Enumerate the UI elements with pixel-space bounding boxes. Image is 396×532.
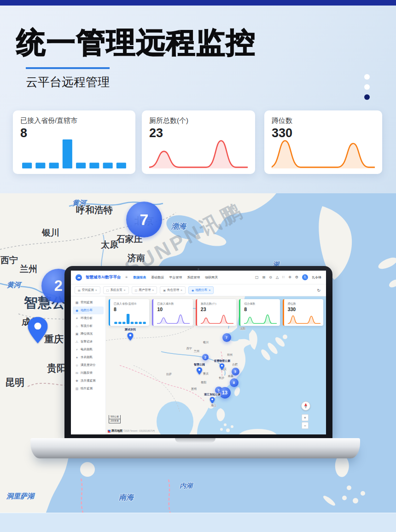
cross-icon: ✚ [75, 379, 79, 383]
menu-item-iot[interactable]: 物联网关 [205, 275, 218, 280]
tab-space-monitor[interactable]: ▤ 空间监测 × [75, 286, 100, 294]
tab-label: 空间监测 [82, 288, 94, 292]
sidebar-item-footfall[interactable]: ♨客流分析 [73, 322, 104, 330]
laptop-base [30, 438, 360, 458]
app-brand: 智慧城市AI数字平台 [86, 275, 121, 280]
bolt-icon: ⚡ [75, 348, 79, 352]
menu-item-reports[interactable]: 数据报表 [133, 275, 146, 280]
menu-item-basedata[interactable]: 基础数据 [151, 275, 164, 280]
sidebar-item-label: 告警记录 [81, 340, 93, 344]
sidebar-item-tissue[interactable]: ▥纸巾监测 [73, 385, 104, 393]
fullscreen-icon[interactable]: ✛ [288, 275, 291, 279]
box-icon: ▣ [163, 289, 166, 292]
chart-icon: ▤ [78, 289, 81, 292]
sparkline-svg [149, 139, 248, 168]
tab-label: 用户管理 [139, 288, 151, 292]
sparkline-svg [288, 313, 320, 324]
sidebar-item-water[interactable]: ♦水表能耗 [73, 353, 104, 361]
sidebar-item-map-distribution[interactable]: ◉地图分布 [73, 306, 104, 314]
stat-card-provinces: 已接入省份/直辖市 8 [109, 299, 149, 326]
sidebar-item-label: 环境分析 [81, 316, 93, 320]
tab-label: 角色管理 [167, 288, 179, 292]
stat-value: 23 [201, 306, 236, 312]
navbar-actions: ▢ ⊞ ⊙ △ ∷ ✛ ⚙ 孔 孔令锋 [255, 274, 321, 280]
stat-label: 已接入省份/直辖市 [20, 116, 128, 125]
top-accent-bar [0, 0, 396, 6]
stat-value: 8 [20, 126, 128, 140]
decor-dots [364, 74, 370, 100]
stat-label: 蹲位数 [288, 302, 323, 306]
sidebar-item-space-monitor[interactable]: ▦空间监测 [73, 299, 104, 306]
stat-card-stalls: 蹲位数 330 [264, 110, 382, 174]
smile-icon: ☺ [75, 364, 79, 367]
map-zoom-controls: + − [302, 414, 309, 429]
app-logo-icon: ☁ [76, 274, 82, 281]
sidebar-item-label: 电表能耗 [81, 347, 93, 352]
refresh-icon[interactable]: ↻ [317, 288, 320, 293]
drop-icon: ♦ [75, 356, 79, 359]
menu-item-system[interactable]: 系统管理 [187, 275, 200, 280]
tab-label: 系统首页 [110, 288, 122, 292]
dashboard-stat-cards: 已接入省份/直辖市 8 已接入城市数 10 厕所总数(个) [109, 299, 323, 326]
sidebar-item-electric[interactable]: ⚡电表能耗 [73, 346, 104, 353]
chart-icon: ▦ [75, 301, 79, 305]
stat-label: 已接入省份/直辖市 [114, 302, 149, 306]
username[interactable]: 孔令锋 [312, 275, 321, 280]
grid-icon[interactable]: ∷ [282, 275, 285, 279]
sidebar-item-label: 纸巾监测 [81, 387, 93, 391]
tab-user-mgmt[interactable]: ◫ 用户管理 × [132, 286, 157, 294]
close-icon[interactable]: × [181, 289, 182, 292]
search-icon[interactable]: ⊙ [269, 275, 272, 279]
stat-value: 8 [114, 306, 149, 312]
menu-item-platform[interactable]: 平台管理 [169, 275, 182, 280]
tab-system-home[interactable]: ▢ 系统首页 × [103, 286, 129, 294]
avatar[interactable]: 孔 [302, 274, 308, 280]
bell-icon[interactable]: △ [276, 275, 279, 279]
tencent-map-logo-icon [108, 430, 111, 433]
page: 统一管理远程监控 云平台远程管理 已接入省份/直辖市 8 厕所总数(个) 23 … [0, 0, 396, 532]
tab-bar: ▤ 空间监测 × ▢ 系统首页 × ◫ 用户管理 × [71, 284, 326, 296]
peak-sparkline [272, 139, 375, 168]
compass-icon[interactable] [301, 401, 310, 411]
sidebar-item-environment[interactable]: ☀环境分析 [73, 314, 104, 322]
close-icon[interactable]: × [152, 289, 154, 292]
user-icon: ◫ [135, 289, 138, 292]
sidebar-item-stall-status[interactable]: ▣蹲位情况 [73, 330, 104, 338]
zoom-in-button[interactable]: + [302, 414, 309, 421]
stat-label: 蹲位数 [272, 116, 375, 125]
sidebar-item-soap[interactable]: ✚洗手液监测 [73, 377, 104, 385]
map-attribution: 腾讯地图 ©2025 Tencent - GS(2021)8171号 [108, 429, 155, 433]
stat-value: 8 [244, 306, 280, 312]
peak-sparkline [201, 313, 233, 324]
close-icon[interactable]: × [209, 289, 210, 292]
alert-icon: ⚠ [75, 340, 79, 344]
apps-icon[interactable]: ⊞ [262, 275, 265, 279]
screen-icon[interactable]: ▢ [255, 275, 259, 279]
tab-map-distribution[interactable]: ◉ 地图分布 × [188, 286, 214, 294]
stat-label: 综合体数 [244, 302, 280, 306]
sparkline-svg [20, 139, 128, 168]
pin-icon: ◉ [192, 289, 194, 292]
sidebar-item-label: 问题反馈 [81, 371, 93, 375]
stat-value: 23 [149, 126, 248, 140]
sidebar: ▦空间监测 ◉地图分布 ☀环境分析 ♨客流分析 ▣蹲位情况 ⚠告警记录 ⚡电表能… [71, 296, 106, 434]
sidebar-item-satisfaction[interactable]: ☺满意度评分 [73, 361, 104, 369]
tab-role-mgmt[interactable]: ▣ 角色管理 × [160, 286, 186, 294]
sparkline-svg [114, 313, 146, 324]
pin-icon: ◉ [75, 309, 79, 312]
stat-card-toilets: 厕所总数(个) 23 [142, 110, 255, 174]
gear-icon[interactable]: ⚙ [295, 275, 298, 279]
paper-icon: ▥ [75, 387, 79, 391]
stat-card-provinces: 已接入省份/直辖市 8 [13, 110, 135, 174]
sidebar-item-label: 蹲位情况 [81, 332, 93, 336]
sidebar-item-label: 客流分析 [81, 324, 93, 328]
zoom-out-button[interactable]: − [302, 422, 309, 429]
collapse-menu-icon[interactable]: ≡ [126, 275, 128, 279]
sidebar-item-alarms[interactable]: ⚠告警记录 [73, 338, 104, 346]
sidebar-item-feedback[interactable]: ✉问题反馈 [73, 369, 104, 377]
webcam-icon [198, 268, 199, 270]
stat-card-complexes: 综合体数 8 [239, 299, 280, 326]
close-icon[interactable]: × [123, 289, 125, 292]
bottom-band [0, 513, 396, 532]
close-icon[interactable]: × [95, 289, 97, 292]
